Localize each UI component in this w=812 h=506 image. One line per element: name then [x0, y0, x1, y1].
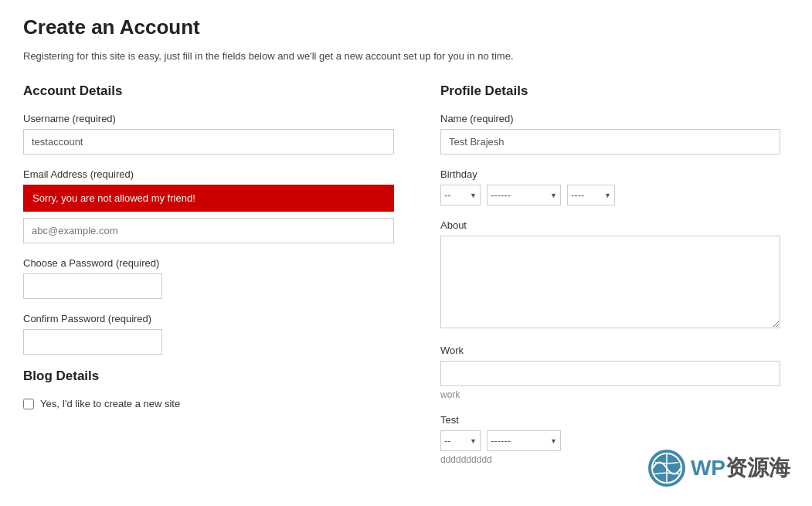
confirm-password-group: Confirm Password (required): [23, 313, 394, 355]
name-input[interactable]: [440, 129, 780, 155]
name-label: Name (required): [440, 113, 780, 124]
new-site-checkbox[interactable]: [23, 399, 34, 409]
test-group: Test -- ------ dddddddddd: [440, 414, 780, 465]
new-site-label: Yes, I'd like to create a new site: [40, 398, 180, 409]
email-error-box: Sorry, you are not allowed my friend!: [23, 185, 394, 212]
birthday-label: Birthday: [440, 168, 780, 180]
blog-details-section: Blog Details Yes, I'd like to create a n…: [23, 368, 394, 409]
test-hint: dddddddddd: [440, 454, 780, 465]
work-group: Work work: [440, 345, 780, 400]
email-label: Email Address (required): [23, 168, 394, 180]
email-group: Email Address (required) Sorry, you are …: [23, 168, 394, 243]
new-site-row: Yes, I'd like to create a new site: [23, 398, 394, 409]
test-select1-wrapper: --: [440, 430, 481, 451]
password-group: Choose a Password (required): [23, 257, 394, 299]
left-column: Account Details Username (required) Emai…: [23, 83, 394, 409]
test-select1[interactable]: --: [440, 430, 481, 451]
page-subtitle: Registering for this site is easy, just …: [23, 50, 789, 62]
name-group: Name (required): [440, 113, 780, 155]
about-group: About: [440, 219, 780, 331]
confirm-password-input[interactable]: [23, 329, 162, 355]
test-select2-wrapper: ------: [487, 430, 561, 451]
birthday-day-wrapper: --: [440, 185, 481, 205]
right-column: Profile Details Name (required) Birthday…: [440, 83, 780, 479]
birthday-group: Birthday -- ------ ----: [440, 168, 780, 205]
profile-details-section-title: Profile Details: [440, 83, 780, 99]
username-input[interactable]: [23, 129, 394, 155]
confirm-password-label: Confirm Password (required): [23, 313, 394, 324]
email-input[interactable]: [23, 218, 394, 243]
password-label: Choose a Password (required): [23, 257, 394, 269]
test-select2[interactable]: ------: [487, 430, 561, 451]
account-details-section-title: Account Details: [23, 83, 394, 99]
blog-details-section-title: Blog Details: [23, 368, 394, 384]
password-input[interactable]: [23, 273, 162, 299]
birthday-row: -- ------ ----: [440, 185, 780, 205]
about-label: About: [440, 219, 780, 231]
page-title: Create an Account: [23, 15, 789, 39]
about-textarea[interactable]: [440, 236, 780, 328]
birthday-day-select[interactable]: --: [440, 185, 481, 205]
birthday-year-select[interactable]: ----: [567, 185, 615, 205]
test-label: Test: [440, 414, 780, 426]
test-selects-row: -- ------: [440, 430, 780, 451]
work-label: Work: [440, 345, 780, 356]
work-input[interactable]: [440, 361, 780, 386]
birthday-month-wrapper: ------: [487, 185, 561, 205]
birthday-year-wrapper: ----: [567, 185, 615, 205]
username-group: Username (required): [23, 113, 394, 155]
work-hint: work: [440, 389, 780, 400]
birthday-month-select[interactable]: ------: [487, 185, 561, 205]
username-label: Username (required): [23, 113, 394, 124]
